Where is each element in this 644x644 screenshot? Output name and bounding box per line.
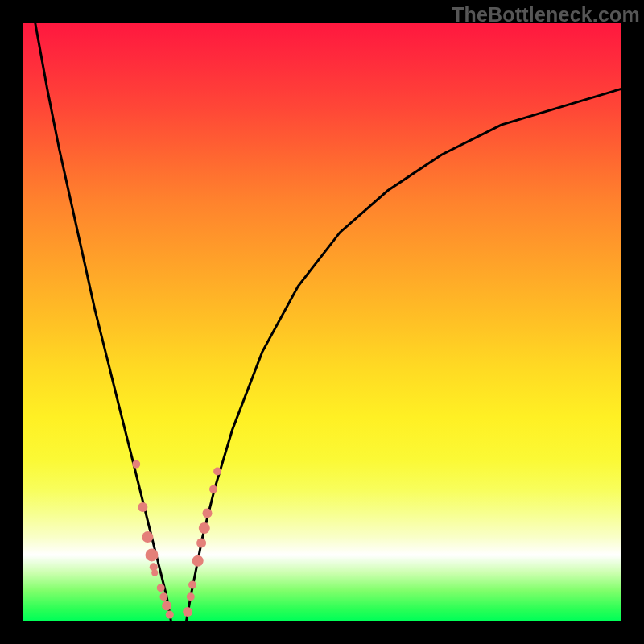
marker-dot bbox=[162, 601, 171, 611]
bottleneck-curves bbox=[35, 23, 621, 621]
marker-dot bbox=[138, 502, 147, 512]
data-point-markers bbox=[132, 460, 221, 619]
chart-frame: TheBottleneck.com bbox=[0, 0, 644, 644]
marker-dot bbox=[192, 555, 204, 567]
marker-dot bbox=[150, 563, 158, 571]
marker-dot bbox=[188, 581, 196, 589]
curve-left-arm bbox=[35, 23, 171, 621]
marker-dot bbox=[183, 607, 192, 617]
marker-dot bbox=[199, 522, 210, 534]
marker-dot bbox=[146, 548, 159, 561]
marker-dot bbox=[196, 539, 206, 548]
marker-dot bbox=[187, 592, 195, 601]
curve-right-arm bbox=[187, 89, 621, 621]
marker-dot bbox=[151, 570, 158, 576]
marker-dot bbox=[209, 485, 217, 493]
marker-dot bbox=[132, 460, 140, 469]
watermark-text: TheBottleneck.com bbox=[452, 3, 640, 27]
marker-dot bbox=[142, 531, 153, 543]
marker-dot bbox=[213, 468, 221, 476]
marker-dot bbox=[166, 611, 174, 619]
marker-dot bbox=[159, 592, 167, 601]
marker-dot bbox=[203, 508, 213, 518]
chart-overlay-svg bbox=[0, 0, 644, 644]
marker-dot bbox=[157, 584, 165, 592]
